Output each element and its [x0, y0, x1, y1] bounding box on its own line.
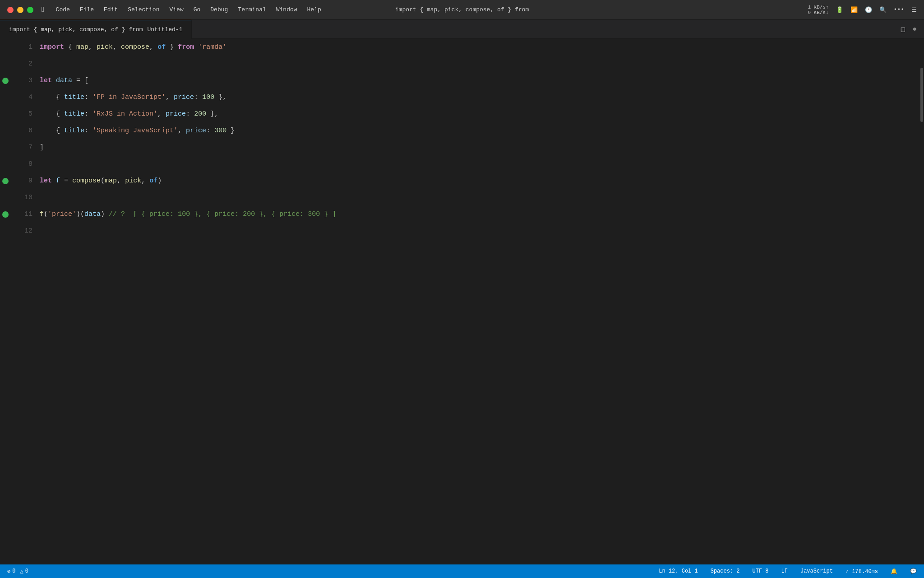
token: : [186, 106, 194, 122]
timing-text: ✓ 178.40ms [845, 568, 878, 575]
line-number: 11 [11, 206, 32, 223]
line-numbers: 123456789101112 [11, 39, 38, 564]
tab-right-icons: ◫ ● [901, 25, 924, 34]
gutter-item[interactable] [0, 156, 11, 172]
code-line: let f = compose(map, pick, of) [38, 172, 919, 189]
line-number: 9 [11, 172, 32, 189]
token: : [84, 89, 92, 106]
scrollbar[interactable] [919, 39, 924, 564]
code-line: { title: 'Speaking JavaScript', price: 3… [38, 122, 919, 139]
token: ) [101, 206, 109, 223]
token: compose [121, 39, 149, 56]
spaces-indicator[interactable]: Spaces: 2 [709, 568, 742, 574]
encoding-indicator[interactable]: UTF-8 [751, 568, 771, 574]
token: , [113, 39, 121, 56]
gutter-item[interactable] [0, 223, 11, 239]
gutter-item[interactable] [0, 172, 11, 189]
apple-menu[interactable]:  [42, 6, 46, 14]
more-icon[interactable]: ••• [894, 6, 904, 13]
token: title [64, 106, 84, 122]
token: } [166, 39, 178, 56]
menu-code[interactable]: Code [56, 6, 70, 13]
gutter-item[interactable] [0, 122, 11, 139]
minimize-button[interactable] [17, 7, 23, 13]
code-area[interactable]: import { map, pick, compose, of } from '… [38, 39, 919, 564]
token: price [166, 106, 186, 122]
gutter-item[interactable] [0, 89, 11, 106]
line-number: 3 [11, 72, 32, 89]
token: import [40, 39, 64, 56]
menu-help[interactable]: Help [307, 6, 321, 13]
code-line [38, 223, 919, 239]
feedback-glyph: 💬 [910, 568, 917, 575]
code-line: import { map, pick, compose, of } from '… [38, 39, 919, 56]
gutter-item[interactable] [0, 39, 11, 56]
line-number: 8 [11, 156, 32, 172]
split-editor-icon[interactable]: ◫ [901, 25, 906, 34]
gutter-item[interactable] [0, 106, 11, 122]
list-icon[interactable]: ☰ [911, 6, 917, 14]
code-line: { title: 'FP in JavaScript', price: 100 … [38, 89, 919, 106]
tab-breadcrumb-text: import { map, pick, compose, of } from [9, 26, 143, 33]
token: : [206, 122, 214, 139]
token: 300 [214, 122, 226, 139]
token: = [ [72, 72, 88, 89]
gutter-item[interactable] [0, 72, 11, 89]
menu-selection[interactable]: Selection [128, 6, 159, 13]
token: let [40, 172, 52, 189]
errors-indicator[interactable]: ⊗ 0 △ 0 [5, 568, 30, 575]
timing-indicator[interactable]: ✓ 178.40ms [844, 568, 880, 575]
line-number: 1 [11, 39, 32, 56]
titlebar-left:  Code File Edit Selection View Go Debug… [0, 6, 462, 14]
token: { [64, 39, 76, 56]
gutter-item[interactable] [0, 139, 11, 156]
feedback-icon[interactable]: 💬 [908, 568, 919, 575]
position-text: Ln 12, Col 1 [659, 568, 698, 574]
tabbar: import { map, pick, compose, of } from U… [0, 20, 924, 39]
titlebar-right: 1 KB/s↑9 KB/s↓ 🔋 📶 🕐 🔍 ••• ☰ [462, 5, 924, 15]
token: price [174, 89, 194, 106]
token: 'Speaking JavaScript' [92, 122, 178, 139]
menu-window[interactable]: Window [276, 6, 297, 13]
line-number: 4 [11, 89, 32, 106]
close-button[interactable] [7, 7, 14, 13]
token: let [40, 72, 52, 89]
token [52, 172, 56, 189]
active-tab[interactable]: import { map, pick, compose, of } from U… [0, 20, 192, 39]
menu-go[interactable]: Go [194, 6, 201, 13]
notifications-icon[interactable]: 🔔 [889, 568, 899, 575]
token: 'FP in JavaScript' [92, 89, 166, 106]
token: 100 [202, 89, 214, 106]
error-icon: ⊗ [7, 568, 10, 575]
window-title: import { map, pick, compose, of } from [395, 6, 529, 13]
eol-indicator[interactable]: LF [780, 568, 790, 574]
gutter-item[interactable] [0, 206, 11, 223]
maximize-button[interactable] [27, 7, 33, 13]
scrollbar-thumb[interactable] [920, 68, 923, 122]
token: price [149, 206, 170, 223]
status-left: ⊗ 0 △ 0 [5, 568, 30, 575]
gutter-item[interactable] [0, 56, 11, 72]
menu-view[interactable]: View [169, 6, 183, 13]
network-stats: 1 KB/s↑9 KB/s↓ [808, 5, 828, 15]
language-text: JavaScript [800, 568, 833, 574]
language-indicator[interactable]: JavaScript [799, 568, 835, 574]
token: : 100 }, { [170, 206, 214, 223]
token: ( [101, 172, 105, 189]
menu-file[interactable]: File [80, 6, 94, 13]
cursor-position[interactable]: Ln 12, Col 1 [657, 568, 699, 574]
menu-terminal[interactable]: Terminal [238, 6, 266, 13]
search-icon[interactable]: 🔍 [879, 6, 887, 14]
menu-debug[interactable]: Debug [210, 6, 228, 13]
menu-edit[interactable]: Edit [104, 6, 118, 13]
line-number: 6 [11, 122, 32, 139]
line-number: 7 [11, 139, 32, 156]
token: title [64, 122, 84, 139]
status-right: Ln 12, Col 1 Spaces: 2 UTF-8 LF JavaScri… [657, 568, 919, 575]
wifi-icon: 📶 [850, 6, 858, 14]
token: f [56, 172, 60, 189]
gutter [0, 39, 11, 564]
warning-count: 0 [25, 568, 28, 574]
gutter-item[interactable] [0, 189, 11, 206]
token: from [178, 39, 194, 56]
